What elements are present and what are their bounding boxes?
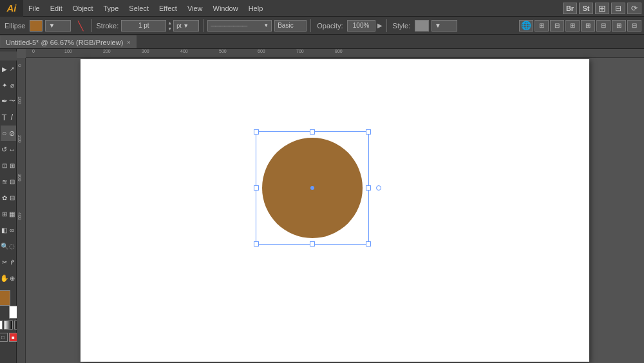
stroke-unit-dropdown[interactable]: pt ▼: [173, 20, 199, 32]
handle-bottom-left[interactable]: [254, 241, 259, 247]
handle-middle-left[interactable]: [254, 185, 259, 191]
handle-bottom-right[interactable]: [366, 241, 371, 247]
app-logo: Ai: [0, 0, 23, 17]
tool-group-type: T /: [1, 109, 16, 125]
tool-group-hand: ✋ ⊕: [1, 270, 16, 286]
handle-top-left[interactable]: [254, 129, 259, 135]
profile-dropdown[interactable]: Basic: [274, 20, 307, 32]
tool-group-wand: ✦ ⌀: [1, 77, 16, 93]
menu-select[interactable]: Select: [124, 0, 154, 16]
ellipse-tool[interactable]: ○: [1, 126, 8, 141]
stroke-label: Stroke:: [96, 22, 118, 30]
paint-brush-tool[interactable]: ⊘: [8, 126, 16, 141]
fill-swatch[interactable]: [30, 20, 43, 32]
mesh-tool[interactable]: ⊞: [1, 206, 8, 221]
foreground-color-swatch[interactable]: [0, 290, 10, 306]
scale-tool[interactable]: ⊡: [1, 158, 8, 173]
globe-icon[interactable]: 🌐: [519, 20, 533, 32]
gradient-tool[interactable]: ◧: [1, 222, 8, 237]
menu-edit[interactable]: Edit: [45, 0, 68, 16]
align-middle-icon[interactable]: ⊟: [596, 20, 611, 32]
opacity-expand[interactable]: ▶: [377, 23, 383, 28]
chart-tool[interactable]: ▦: [8, 206, 16, 221]
options-toolbar: Ellipse ▼ ╲ Stroke: 1 pt ▲ ▼ pt ▼ ——————…: [0, 17, 644, 35]
eraser-tool[interactable]: ◌: [8, 238, 16, 254]
style-label: Style:: [391, 22, 413, 30]
fill-dropdown[interactable]: ▼: [45, 20, 71, 32]
free-transform-tool[interactable]: ⊟: [8, 174, 16, 189]
type-tool[interactable]: T: [1, 109, 8, 125]
tool-group-gradient: ◧ ∞: [1, 222, 16, 237]
menu-view[interactable]: View: [182, 0, 208, 16]
menu-object[interactable]: Object: [68, 0, 99, 16]
distribute-icon[interactable]: ⊟: [627, 20, 641, 32]
menu-type[interactable]: Type: [99, 0, 124, 16]
arrange-icon[interactable]: ⊟: [611, 3, 625, 14]
opacity-control: Opacity: 100% ▶: [315, 20, 382, 32]
tool-group-selection: ▶ ↗: [1, 61, 16, 77]
menu-effect[interactable]: Effect: [154, 0, 182, 16]
rotate-view-tool[interactable]: ↱: [8, 254, 16, 270]
align-bottom-icon[interactable]: ⊞: [612, 20, 626, 32]
workspace-icon[interactable]: ⊞: [595, 3, 609, 14]
rotate-tool[interactable]: ↺: [1, 142, 8, 157]
handle-bottom-center[interactable]: [310, 241, 315, 247]
reflect-tool[interactable]: ↔: [8, 142, 16, 157]
color-mode-color[interactable]: [0, 321, 3, 330]
magic-wand-tool[interactable]: ✦: [1, 77, 8, 93]
canvas-background: [26, 58, 644, 363]
pen-tool[interactable]: ✒: [1, 93, 8, 109]
perspective-tool[interactable]: ⊟: [8, 190, 16, 205]
scissors-tool[interactable]: ✂: [1, 254, 8, 270]
puppet-warp-tool[interactable]: ⊞: [8, 158, 16, 173]
selection-tool[interactable]: ▶: [1, 61, 8, 77]
tool-group-pen: ✒ 〜: [1, 93, 16, 109]
menu-file[interactable]: File: [23, 0, 45, 16]
menu-help[interactable]: Help: [243, 0, 269, 16]
stroke-down[interactable]: ▼: [167, 26, 172, 32]
horizontal-ruler: 0 100 200 300 400 500 600 700 800: [26, 49, 644, 58]
tool-group-symbol: ✿ ⊟: [1, 190, 16, 205]
blend-tool[interactable]: ∞: [8, 222, 16, 237]
tool-group-rotate: ↺ ↔: [1, 142, 16, 157]
stock-icon[interactable]: St: [579, 3, 593, 14]
opacity-value[interactable]: 100%: [347, 20, 375, 32]
menu-window[interactable]: Window: [208, 0, 243, 16]
curvature-tool[interactable]: 〜: [8, 93, 16, 109]
width-tool[interactable]: ≋: [1, 174, 8, 189]
tab-title: Untitled-5* @ 66.67% (RGB/Preview): [6, 39, 123, 46]
shape-type-label: Ellipse: [3, 22, 27, 30]
eyedropper-tool[interactable]: 🔍: [1, 238, 8, 254]
line-tool[interactable]: /: [8, 109, 16, 125]
stroke-value[interactable]: 1 pt: [121, 20, 166, 32]
align-top-icon[interactable]: ⊞: [581, 20, 595, 32]
style-dropdown[interactable]: ▼: [431, 20, 457, 32]
bridge-icon[interactable]: Br: [563, 3, 577, 14]
handle-top-right[interactable]: [366, 129, 371, 135]
style-swatch[interactable]: [415, 20, 429, 32]
sep2: [203, 19, 204, 32]
fill-none-icon[interactable]: ╲: [73, 20, 88, 32]
align-center-h-icon[interactable]: ⊟: [550, 20, 564, 32]
handle-top-center[interactable]: [310, 129, 315, 135]
lasso-tool[interactable]: ⌀: [8, 77, 16, 93]
zoom-tool[interactable]: ⊕: [8, 270, 16, 286]
hand-tool[interactable]: ✋: [1, 270, 8, 286]
align-right-icon[interactable]: ⊞: [565, 20, 580, 32]
stroke-arrows[interactable]: ▲ ▼: [167, 20, 172, 32]
align-left-icon[interactable]: ⊞: [535, 20, 549, 32]
stroke-up[interactable]: ▲: [167, 20, 172, 26]
direct-selection-tool[interactable]: ↗: [8, 61, 16, 77]
handle-middle-right[interactable]: [366, 185, 371, 191]
color-mode-gradient[interactable]: [4, 321, 13, 330]
radius-handle[interactable]: [376, 185, 381, 191]
canvas-area: 0 100 200 300 400 500 600 700 800 0 100 …: [17, 49, 644, 363]
shape-builder-tool[interactable]: ✿: [1, 190, 8, 205]
document-tab[interactable]: Untitled-5* @ 66.67% (RGB/Preview) ×: [0, 35, 137, 48]
tab-bar: Untitled-5* @ 66.67% (RGB/Preview) ×: [0, 35, 644, 49]
ellipse-object[interactable]: [261, 136, 364, 239]
line-style-selector[interactable]: ———————— ▼: [207, 20, 272, 32]
sync-icon[interactable]: ⟳: [627, 3, 641, 14]
tab-close[interactable]: ×: [127, 39, 130, 46]
screen-mode-icon[interactable]: □: [0, 333, 8, 342]
